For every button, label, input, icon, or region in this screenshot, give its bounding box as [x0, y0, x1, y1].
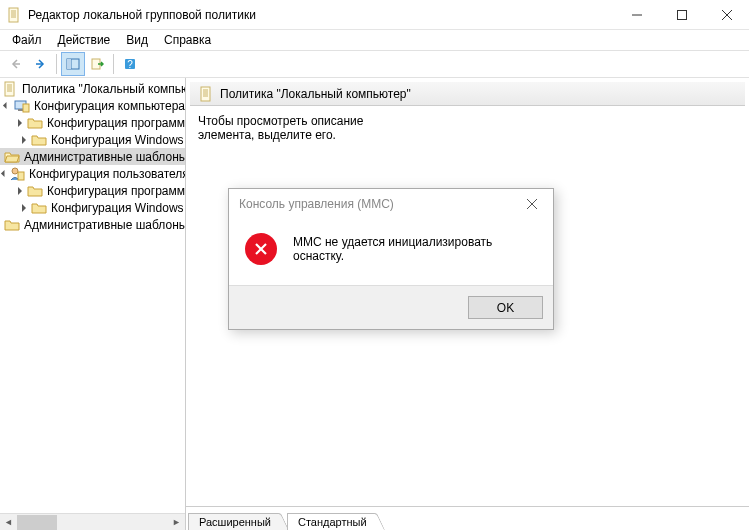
- folder-icon: [31, 132, 47, 148]
- folder-icon: [31, 200, 47, 216]
- export-button[interactable]: [85, 52, 109, 76]
- expand-icon[interactable]: [18, 202, 29, 213]
- tab-standard[interactable]: Стандартный: [287, 513, 378, 530]
- content-header-title: Политика "Локальный компьютер": [220, 87, 411, 101]
- expand-icon[interactable]: [16, 117, 25, 128]
- back-button[interactable]: [4, 52, 28, 76]
- app-icon: [6, 7, 22, 23]
- svg-rect-16: [18, 172, 24, 180]
- tree-label: Конфигурация программ: [47, 184, 185, 198]
- folder-icon: [27, 115, 43, 131]
- menu-bar: Файл Действие Вид Справка: [0, 30, 749, 50]
- folder-icon: [4, 217, 20, 233]
- window-titlebar: Редактор локальной групповой политики: [0, 0, 749, 30]
- expand-icon[interactable]: [2, 100, 12, 111]
- menu-help[interactable]: Справка: [156, 31, 219, 49]
- window-title: Редактор локальной групповой политики: [28, 8, 256, 22]
- menu-view[interactable]: Вид: [118, 31, 156, 49]
- dialog-titlebar[interactable]: Консоль управления (MMC): [229, 189, 553, 219]
- maximize-button[interactable]: [659, 0, 704, 30]
- svg-rect-7: [67, 59, 71, 69]
- close-button[interactable]: [704, 0, 749, 30]
- toolbar: ?: [0, 50, 749, 78]
- folder-icon: [27, 183, 43, 199]
- show-hide-tree-button[interactable]: [61, 52, 85, 76]
- tree-admin-templates-user[interactable]: Административные шаблоны: [0, 216, 185, 233]
- tree-label: Конфигурация Windows: [51, 201, 184, 215]
- error-icon: [245, 233, 277, 265]
- dialog-title: Консоль управления (MMC): [239, 197, 394, 211]
- forward-button[interactable]: [28, 52, 52, 76]
- svg-point-15: [12, 168, 18, 174]
- svg-rect-14: [23, 104, 29, 112]
- tab-standard-label: Стандартный: [298, 516, 367, 528]
- toolbar-separator: [113, 54, 114, 74]
- tree-pane: Политика "Локальный компьютер" Конфигура…: [0, 78, 186, 530]
- svg-text:?: ?: [127, 59, 133, 70]
- hint-text-line1: Чтобы просмотреть описание: [198, 114, 737, 128]
- expand-icon[interactable]: [18, 134, 29, 145]
- tree-root[interactable]: Политика "Локальный компьютер": [0, 80, 185, 97]
- scroll-thumb[interactable]: [17, 515, 57, 530]
- tree-soft-settings[interactable]: Конфигурация программ: [0, 114, 185, 131]
- tree-computer-config[interactable]: Конфигурация компьютера: [0, 97, 185, 114]
- dialog-close-button[interactable]: [517, 193, 547, 215]
- dialog-message: MMC не удается инициализировать оснастку…: [293, 235, 537, 263]
- hint-text-line2: элемента, выделите его.: [198, 128, 737, 142]
- user-icon: [9, 166, 25, 182]
- tree-horizontal-scrollbar[interactable]: ◄ ►: [0, 513, 185, 530]
- scroll-left-icon[interactable]: ◄: [0, 514, 17, 531]
- tree-win-settings-user[interactable]: Конфигурация Windows: [0, 199, 185, 216]
- expand-icon[interactable]: [2, 168, 7, 179]
- tree-label: Конфигурация компьютера: [34, 99, 185, 113]
- tree-win-settings[interactable]: Конфигурация Windows: [0, 131, 185, 148]
- tab-extended-label: Расширенный: [199, 516, 271, 528]
- tree-user-config[interactable]: Конфигурация пользователя: [0, 165, 185, 182]
- tree-admin-templates-selected[interactable]: Административные шаблоны: [0, 148, 185, 165]
- folder-open-icon: [4, 149, 20, 165]
- tab-extended[interactable]: Расширенный: [188, 513, 282, 530]
- toolbar-separator: [56, 54, 57, 74]
- content-header: Политика "Локальный компьютер": [190, 82, 745, 106]
- tree-root-label: Политика "Локальный компьютер": [22, 82, 185, 96]
- scroll-right-icon[interactable]: ►: [168, 514, 185, 531]
- dialog-ok-button[interactable]: OK: [468, 296, 543, 319]
- menu-file[interactable]: Файл: [4, 31, 50, 49]
- content-tabs: Расширенный Стандартный: [186, 506, 749, 530]
- svg-rect-13: [18, 109, 23, 111]
- tree-label: Конфигурация программ: [47, 116, 185, 130]
- doc-icon: [2, 81, 18, 97]
- tree-label: Конфигурация Windows: [51, 133, 184, 147]
- doc-icon: [198, 86, 214, 102]
- help-button[interactable]: ?: [118, 52, 142, 76]
- tree-label: Административные шаблоны: [24, 218, 185, 232]
- tree-label: Конфигурация пользователя: [29, 167, 185, 181]
- tree-soft-settings-user[interactable]: Конфигурация программ: [0, 182, 185, 199]
- svg-rect-2: [677, 10, 686, 19]
- menu-action[interactable]: Действие: [50, 31, 119, 49]
- minimize-button[interactable]: [614, 0, 659, 30]
- expand-icon[interactable]: [16, 185, 25, 196]
- tree-label: Административные шаблоны: [24, 150, 185, 164]
- mmc-error-dialog: Консоль управления (MMC) MMC не удается …: [228, 188, 554, 330]
- policy-tree[interactable]: Политика "Локальный компьютер" Конфигура…: [0, 78, 185, 513]
- computer-icon: [14, 98, 30, 114]
